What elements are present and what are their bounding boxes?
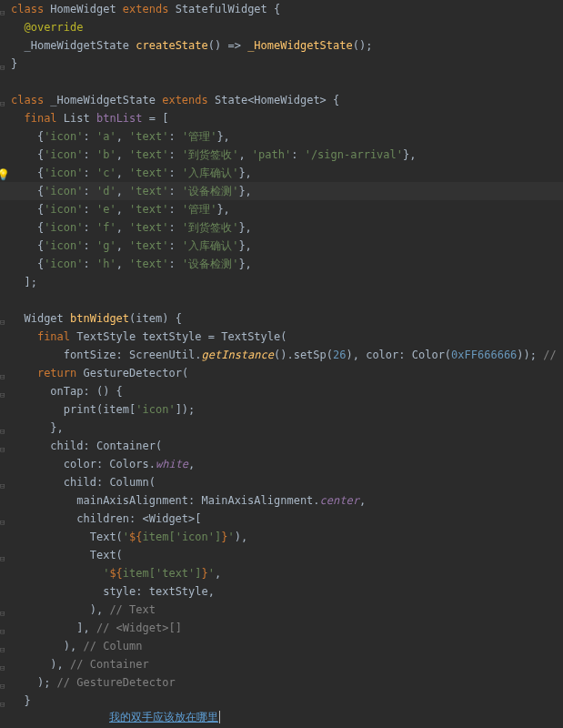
code-line[interactable]: fontSize: ScreenUtil.getInstance().setSp… <box>0 346 563 364</box>
code-line[interactable]: {'icon': 'b', 'text': '到货签收', 'path': '/… <box>0 146 563 164</box>
code-line[interactable] <box>0 291 563 309</box>
code-line-current[interactable]: {'icon': 'd', 'text': '设备检测'}, <box>0 182 563 200</box>
code-line[interactable]: ⊟ child: Column( <box>0 473 563 491</box>
code-line[interactable]: ]; <box>0 273 563 291</box>
code-line[interactable] <box>0 73 563 91</box>
code-line[interactable]: '${item['text']}', <box>0 564 563 582</box>
fold-icon[interactable]: ⊟ <box>0 440 9 450</box>
code-line[interactable]: {'icon': 'g', 'text': '入库确认'}, <box>0 237 563 255</box>
code-line[interactable]: print(item['icon']); <box>0 400 563 419</box>
code-line[interactable]: 💡 {'icon': 'c', 'text': '入库确认'}, <box>0 164 563 182</box>
code-line[interactable]: {'icon': 'h', 'text': '设备检测'}, <box>0 255 563 273</box>
code-line[interactable]: Text('${item['icon']}'), <box>0 528 563 546</box>
fold-icon[interactable]: ⊟ <box>0 695 9 704</box>
code-line[interactable]: final List btnList = [ <box>0 109 563 127</box>
code-line[interactable]: style: textStyle, <box>0 582 563 601</box>
code-line[interactable]: ⊟ onTap: () { <box>0 382 563 400</box>
fold-icon[interactable]: ⊟ <box>0 368 9 377</box>
code-line[interactable]: ⊟ children: <Widget>[ <box>0 510 563 528</box>
code-line[interactable]: ⊟class HomeWidget extends StatefulWidget… <box>0 0 563 18</box>
fold-icon[interactable]: ⊟ <box>0 4 9 13</box>
code-line[interactable]: mainAxisAlignment: MainAxisAlignment.cen… <box>0 491 563 510</box>
code-line[interactable]: ⊟ ); // GestureDetector <box>0 673 563 692</box>
code-line[interactable]: ⊟ return GestureDetector( <box>0 364 563 382</box>
code-line[interactable]: {'icon': 'a', 'text': '管理'}, <box>0 127 563 146</box>
code-line[interactable]: ⊟ ), // Container <box>0 655 563 673</box>
fold-icon[interactable]: ⊟ <box>0 313 9 322</box>
code-line[interactable]: ⊟} <box>0 55 563 73</box>
code-line[interactable]: ⊟ Text( <box>0 546 563 564</box>
fold-icon[interactable]: ⊟ <box>0 550 9 559</box>
code-line[interactable]: ⊟ child: Container( <box>0 437 563 455</box>
code-line[interactable]: _HomeWidgetState createState() => _HomeW… <box>0 36 563 55</box>
fold-icon[interactable]: ⊟ <box>0 513 9 522</box>
fold-icon[interactable]: ⊟ <box>0 622 9 632</box>
code-line[interactable]: ⊟ ), // Text <box>0 601 563 619</box>
code-line[interactable]: {'icon': 'f', 'text': '到货签收'}, <box>0 218 563 237</box>
code-line[interactable]: ⊟ ), // Column <box>0 637 563 655</box>
code-line[interactable]: ⊟ Widget btnWidget(item) { <box>0 309 563 328</box>
code-line[interactable]: color: Colors.white, <box>0 455 563 473</box>
code-line[interactable]: ⊟ } <box>0 692 563 710</box>
lightbulb-icon[interactable]: 💡 <box>0 166 9 178</box>
fold-icon[interactable]: ⊟ <box>0 422 9 431</box>
code-line[interactable]: ⊟class _HomeWidgetState extends State<Ho… <box>0 91 563 109</box>
code-line[interactable]: ⊟ }, <box>0 419 563 437</box>
code-line[interactable]: ⊟ ], // <Widget>[] <box>0 619 563 637</box>
code-line[interactable]: {'icon': 'e', 'text': '管理'}, <box>0 200 563 218</box>
fold-icon[interactable]: ⊟ <box>0 604 9 613</box>
ime-composition[interactable]: 我的双手应该放在哪里 <box>109 708 220 726</box>
code-line[interactable]: final TextStyle textStyle = TextStyle( <box>0 328 563 346</box>
code-line[interactable]: @override <box>0 18 563 36</box>
fold-icon[interactable]: ⊟ <box>0 95 9 104</box>
fold-icon[interactable]: ⊟ <box>0 677 9 686</box>
fold-icon[interactable]: ⊟ <box>0 659 9 668</box>
fold-icon[interactable]: ⊟ <box>0 58 9 67</box>
fold-icon[interactable]: ⊟ <box>0 386 9 395</box>
code-editor[interactable]: ⊟class HomeWidget extends StatefulWidget… <box>0 0 563 710</box>
fold-icon[interactable]: ⊟ <box>0 477 9 486</box>
fold-icon[interactable]: ⊟ <box>0 641 9 650</box>
